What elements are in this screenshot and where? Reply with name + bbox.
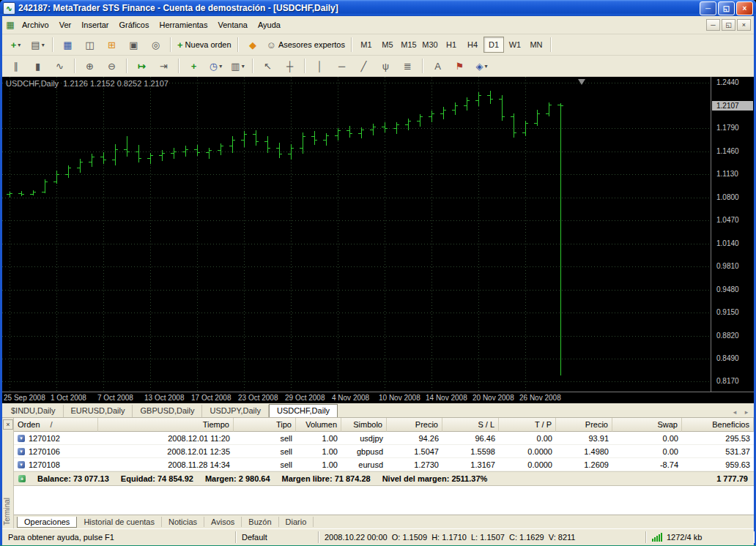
tab-operaciones[interactable]: Operaciones (17, 517, 77, 528)
tab-noticias[interactable]: Noticias (162, 517, 204, 527)
minimize-button[interactable]: ─ (700, 1, 716, 15)
timeframe-m5-button[interactable]: M5 (377, 37, 398, 53)
column-header-simbolo[interactable]: Simbolo (341, 418, 387, 432)
column-header-tipo[interactable]: Tipo (234, 418, 296, 432)
fibonacci-button[interactable]: ≣ (397, 57, 418, 75)
menu-item-graficos[interactable]: Gráficos (114, 18, 155, 31)
timeframe-mn-button[interactable]: MN (526, 37, 546, 53)
zoom-in-button[interactable]: ⊕ (79, 57, 100, 75)
price-chart[interactable] (2, 77, 711, 392)
menu-item-herramientas[interactable]: Herramientas (154, 18, 212, 31)
expert-advisors-button[interactable]: ☺Asesores expertos (264, 36, 347, 53)
order-time-cell: 2008.11.28 14:34 (98, 458, 234, 471)
column-header-precio[interactable]: Precio (387, 418, 442, 432)
column-header-sl[interactable]: S / L (442, 418, 499, 432)
mdi-restore-button[interactable]: ◱ (722, 19, 735, 31)
column-header-precio-actual[interactable]: Precio (556, 418, 612, 432)
chart-tab-eurusd[interactable]: EURUSD,Daily (64, 405, 133, 417)
menu-item-archivo[interactable]: Archivo (17, 18, 54, 31)
indicators-button[interactable]: + (183, 57, 204, 75)
text-button[interactable]: A (427, 57, 448, 75)
column-header-tp[interactable]: T / P (499, 418, 556, 432)
pitchfork-button[interactable]: ψ (375, 57, 396, 75)
window-frame: ▦ Archivo Ver Insertar Gráficos Herramie… (0, 16, 756, 545)
metaeditor-button[interactable]: ◆ (242, 36, 264, 53)
order-tp-cell: 0.0000 (499, 458, 556, 471)
order-row-1270102[interactable]: ▾1270102 2008.12.01 11:20 sell 1.00 usdj… (14, 432, 754, 445)
arrows-button[interactable]: ◈▾ (471, 57, 492, 75)
chart-window-icon[interactable]: ▦ (4, 20, 17, 30)
tab-scroll-left-button[interactable]: ◂ (729, 406, 741, 417)
new-order-button[interactable]: +Nueva orden (175, 36, 234, 53)
toolbar-separator (304, 59, 305, 73)
timeframe-h4-button[interactable]: H4 (462, 37, 483, 53)
tab-buzon[interactable]: Buzón (242, 517, 278, 527)
timeframe-m30-button[interactable]: M30 (420, 37, 440, 53)
chart-tab-gbpusd[interactable]: GBPUSD,Daily (133, 405, 202, 417)
data-window-button[interactable]: ◫ (79, 36, 100, 53)
tab-historial[interactable]: Historial de cuentas (77, 517, 162, 527)
restore-button[interactable]: ◱ (718, 1, 735, 15)
order-sl-cell: 1.3167 (442, 458, 499, 471)
mdi-minimize-button[interactable]: ─ (706, 19, 720, 31)
auto-scroll-button[interactable]: ↦ (131, 57, 152, 75)
line-chart-button[interactable]: ∿ (49, 57, 70, 75)
close-button[interactable]: × (736, 1, 753, 15)
date-axis[interactable]: 25 Sep 20081 Oct 20087 Oct 200813 Oct 20… (2, 392, 754, 403)
chart-shift-button[interactable]: ⇥ (153, 57, 174, 75)
column-header-tiempo[interactable]: Tiempo (98, 418, 234, 432)
trendline-button[interactable]: ╱ (353, 57, 374, 75)
menu-item-ver[interactable]: Ver (54, 18, 77, 31)
profiles-button[interactable]: ▤▾ (27, 36, 48, 53)
candlestick-chart-button[interactable]: ▮ (27, 57, 48, 75)
tab-scroll-right-button[interactable]: ▸ (741, 406, 752, 417)
navigator-button[interactable]: ⊞ (101, 36, 122, 53)
terminal-button[interactable]: ▣ (123, 36, 144, 53)
order-row-1270108[interactable]: ▾1270108 2008.11.28 14:34 sell 1.00 euru… (14, 458, 754, 471)
menu-item-insertar[interactable]: Insertar (76, 18, 114, 31)
price-axis-label: 0.8170 (716, 377, 739, 386)
column-header-orden[interactable]: Orden/ (14, 418, 98, 432)
mdi-close-button[interactable]: × (737, 19, 751, 31)
status-profile[interactable]: Default (236, 531, 319, 543)
total-profit-value: 1 777.79 (716, 474, 748, 483)
cursor-button[interactable]: ↖ (257, 57, 278, 75)
column-header-swap[interactable]: Swap (612, 418, 682, 432)
market-watch-button[interactable]: ▦ (57, 36, 78, 53)
order-swap-cell: -8.74 (612, 458, 682, 471)
new-chart-button[interactable]: +▾ (5, 36, 26, 53)
menu-item-ayuda[interactable]: Ayuda (253, 18, 286, 31)
price-axis-label: 1.0800 (716, 193, 739, 202)
price-axis[interactable]: 1.2107 1.24401.17901.14601.11301.08001.0… (711, 77, 754, 392)
zoom-out-button[interactable]: ⊖ (101, 57, 122, 75)
bar-chart-button[interactable]: ∥ (5, 57, 26, 75)
text-label-button[interactable]: ⚑ (449, 57, 470, 75)
chart-tab-indu[interactable]: $INDU,Daily (4, 405, 64, 417)
order-row-1270106[interactable]: ▾1270106 2008.12.01 12:35 sell 1.00 gbpu… (14, 445, 754, 458)
strategy-tester-button[interactable]: ◎ (145, 36, 166, 53)
crosshair-button[interactable]: ┼ (279, 57, 300, 75)
timeframe-w1-button[interactable]: W1 (505, 37, 525, 53)
vertical-line-button[interactable]: │ (309, 57, 330, 75)
app-icon[interactable]: ∿ (3, 2, 15, 15)
price-axis-label: 1.1790 (716, 124, 739, 132)
timeframe-m1-button[interactable]: M1 (356, 37, 377, 53)
templates-button[interactable]: ▥▾ (227, 57, 248, 75)
tab-diario[interactable]: Diario (279, 517, 314, 527)
chart-tab-usdjpy[interactable]: USDJPY,Daily (202, 405, 269, 417)
timeframe-m15-button[interactable]: M15 (399, 37, 419, 53)
chart-quote-line: USDCHF,Daily 1.2126 1.2152 0.8252 1.2107 (6, 79, 168, 88)
chart-tab-usdchf[interactable]: USDCHF,Daily (269, 404, 338, 417)
tab-avisos[interactable]: Avisos (204, 517, 242, 527)
timeframe-d1-button[interactable]: D1 (483, 37, 504, 53)
timeframe-h1-button[interactable]: H1 (441, 37, 462, 53)
chart-area[interactable]: USDCHF,Daily 1.2126 1.2152 0.8252 1.2107… (2, 77, 754, 403)
column-header-beneficios[interactable]: Beneficios (682, 418, 754, 432)
chart-shift-icon: ⇥ (160, 61, 168, 71)
terminal-close-button[interactable]: × (3, 419, 13, 430)
column-header-volumen[interactable]: Volumen (296, 418, 341, 432)
chart-shift-marker[interactable] (578, 79, 585, 85)
menu-item-ventana[interactable]: Ventana (213, 18, 253, 31)
periods-button[interactable]: ◷▾ (205, 57, 226, 75)
horizontal-line-button[interactable]: ─ (331, 57, 352, 75)
